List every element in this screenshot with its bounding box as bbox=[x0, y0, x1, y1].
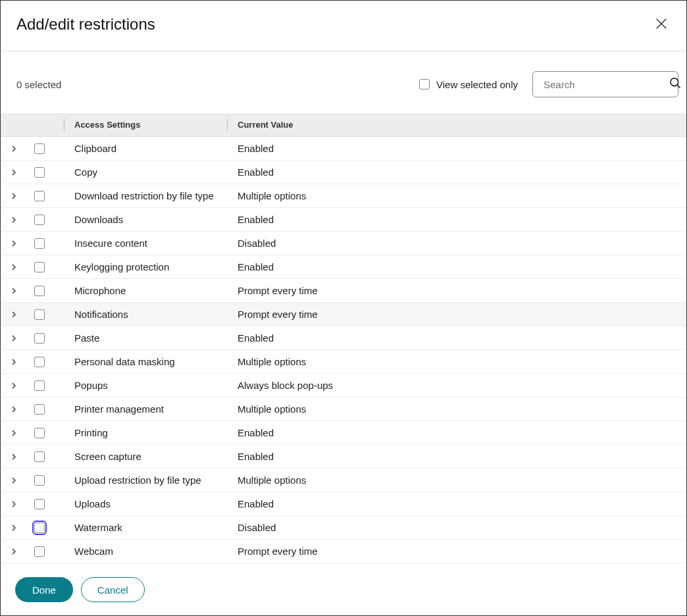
expand-toggle[interactable] bbox=[1, 167, 27, 178]
row-checkbox[interactable] bbox=[34, 309, 45, 320]
chevron-right-icon bbox=[11, 356, 17, 367]
row-checkbox[interactable] bbox=[34, 167, 45, 178]
current-value: Disabled bbox=[227, 522, 686, 533]
column-access-settings[interactable]: Access Settings bbox=[64, 120, 227, 130]
setting-name: Copy bbox=[64, 167, 227, 178]
table-row[interactable]: UploadsEnabled bbox=[1, 492, 686, 516]
table-row[interactable]: Printer managementMultiple options bbox=[1, 398, 686, 421]
cancel-button[interactable]: Cancel bbox=[81, 577, 145, 602]
chevron-right-icon bbox=[11, 332, 17, 344]
row-checkbox[interactable] bbox=[34, 191, 45, 201]
current-value: Prompt every time bbox=[227, 285, 686, 296]
expand-toggle[interactable] bbox=[1, 451, 27, 462]
row-checkbox[interactable] bbox=[34, 546, 45, 557]
row-checkbox[interactable] bbox=[34, 451, 45, 462]
expand-toggle[interactable] bbox=[1, 143, 27, 154]
current-value: Enabled bbox=[227, 498, 686, 509]
setting-name: Printer management bbox=[64, 403, 227, 415]
chevron-right-icon bbox=[11, 261, 17, 272]
expand-toggle[interactable] bbox=[1, 498, 27, 509]
current-value: Enabled bbox=[227, 214, 686, 225]
current-value: Multiple options bbox=[227, 475, 686, 486]
chevron-right-icon bbox=[11, 522, 17, 533]
row-checkbox[interactable] bbox=[34, 357, 45, 367]
table-row[interactable]: WatermarkDisabled bbox=[1, 516, 686, 540]
table-row[interactable]: DownloadsEnabled bbox=[1, 208, 686, 232]
chevron-right-icon bbox=[11, 403, 17, 415]
table-row[interactable]: Keylogging protectionEnabled bbox=[1, 255, 686, 279]
setting-name: Microphone bbox=[64, 285, 227, 296]
table-row[interactable]: MicrophonePrompt every time bbox=[1, 279, 686, 303]
table-row[interactable]: PasteEnabled bbox=[1, 326, 686, 350]
close-button[interactable] bbox=[652, 15, 671, 34]
row-checkbox[interactable] bbox=[34, 475, 45, 486]
expand-toggle[interactable] bbox=[1, 403, 27, 415]
table-row[interactable]: PopupsAlways block pop-ups bbox=[1, 374, 686, 398]
setting-name: Uploads bbox=[64, 498, 227, 509]
selected-count: 0 selected bbox=[16, 79, 61, 90]
current-value: Enabled bbox=[227, 261, 686, 272]
table-row[interactable]: NotificationsPrompt every time bbox=[1, 303, 686, 326]
setting-name: Upload restriction by file type bbox=[64, 475, 227, 486]
view-selected-label: View selected only bbox=[436, 79, 518, 90]
row-checkbox[interactable] bbox=[34, 286, 45, 296]
table-row[interactable]: Personal data maskingMultiple options bbox=[1, 350, 686, 374]
table-row[interactable]: Insecure contentDisabled bbox=[1, 232, 686, 255]
table-row[interactable]: ClipboardEnabled bbox=[1, 137, 686, 161]
row-checkbox[interactable] bbox=[34, 238, 45, 249]
row-checkbox[interactable] bbox=[34, 262, 45, 272]
done-button[interactable]: Done bbox=[15, 577, 73, 602]
expand-toggle[interactable] bbox=[1, 332, 27, 344]
setting-name: Clipboard bbox=[64, 143, 227, 154]
expand-toggle[interactable] bbox=[1, 380, 27, 391]
row-checkbox[interactable] bbox=[34, 428, 45, 438]
search-input[interactable] bbox=[544, 79, 669, 90]
table-row[interactable]: Screen captureEnabled bbox=[1, 445, 686, 469]
row-checkbox[interactable] bbox=[34, 143, 45, 154]
expand-toggle[interactable] bbox=[1, 214, 27, 225]
table-row[interactable]: PrintingEnabled bbox=[1, 421, 686, 445]
table-row[interactable]: Upload restriction by file typeMultiple … bbox=[1, 469, 686, 492]
current-value: Multiple options bbox=[227, 356, 686, 367]
current-value: Multiple options bbox=[227, 190, 686, 201]
row-checkbox[interactable] bbox=[34, 215, 45, 225]
expand-toggle[interactable] bbox=[1, 475, 27, 486]
close-icon bbox=[654, 16, 669, 33]
expand-toggle[interactable] bbox=[1, 522, 27, 533]
table-row[interactable]: Download restriction by file typeMultipl… bbox=[1, 184, 686, 208]
restrictions-table: Access Settings Current Value ClipboardE… bbox=[1, 113, 686, 564]
chevron-right-icon bbox=[11, 190, 17, 201]
expand-toggle[interactable] bbox=[1, 427, 27, 438]
view-selected-toggle[interactable]: View selected only bbox=[419, 79, 518, 90]
svg-line-3 bbox=[677, 85, 680, 88]
chevron-right-icon bbox=[11, 475, 17, 486]
expand-toggle[interactable] bbox=[1, 238, 27, 249]
row-checkbox[interactable] bbox=[34, 333, 45, 344]
view-selected-checkbox[interactable] bbox=[419, 79, 430, 90]
expand-toggle[interactable] bbox=[1, 285, 27, 296]
expand-toggle[interactable] bbox=[1, 356, 27, 367]
setting-name: Paste bbox=[64, 332, 227, 344]
row-checkbox[interactable] bbox=[34, 523, 45, 533]
expand-toggle[interactable] bbox=[1, 546, 27, 557]
table-header: Access Settings Current Value bbox=[1, 113, 686, 137]
setting-name: Watermark bbox=[64, 522, 227, 533]
current-value: Prompt every time bbox=[227, 309, 686, 320]
setting-name: Notifications bbox=[64, 309, 227, 320]
column-current-value[interactable]: Current Value bbox=[227, 120, 686, 130]
table-row[interactable]: CopyEnabled bbox=[1, 161, 686, 184]
table-row[interactable]: WebcamPrompt every time bbox=[1, 540, 686, 563]
expand-toggle[interactable] bbox=[1, 309, 27, 320]
row-checkbox[interactable] bbox=[34, 499, 45, 509]
chevron-right-icon bbox=[11, 380, 17, 391]
row-checkbox[interactable] bbox=[34, 380, 45, 391]
expand-toggle[interactable] bbox=[1, 261, 27, 272]
expand-toggle[interactable] bbox=[1, 190, 27, 201]
current-value: Multiple options bbox=[227, 403, 686, 415]
search-field[interactable] bbox=[532, 71, 678, 97]
current-value: Enabled bbox=[227, 167, 686, 178]
setting-name: Printing bbox=[64, 427, 227, 438]
chevron-right-icon bbox=[11, 427, 17, 438]
chevron-right-icon bbox=[11, 214, 17, 225]
row-checkbox[interactable] bbox=[34, 404, 45, 415]
